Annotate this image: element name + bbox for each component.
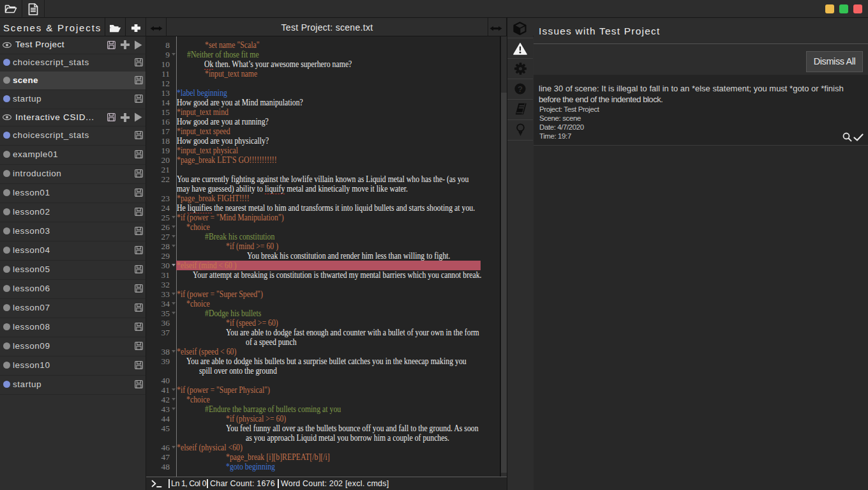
svg-text:?: ?: [518, 84, 523, 94]
